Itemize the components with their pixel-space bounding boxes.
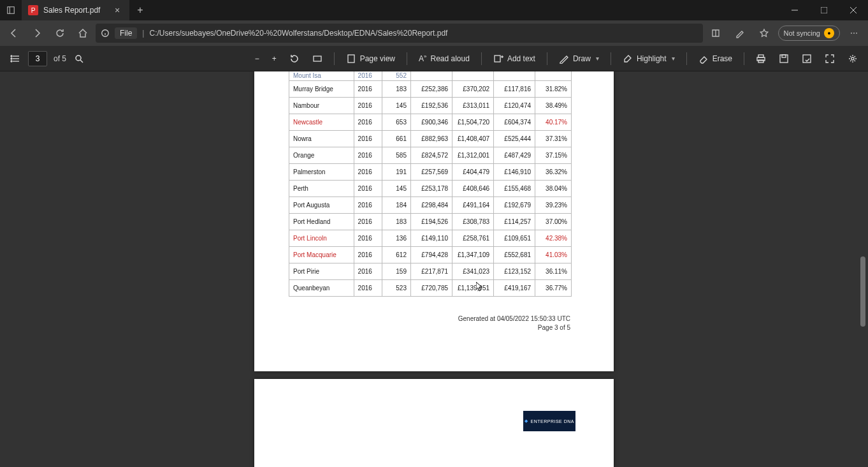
pdf-viewport[interactable]: Mount Isa 2016 552 Murray Bridge2016183£… (0, 71, 868, 467)
tab-actions-button[interactable] (0, 0, 22, 20)
new-tab-button[interactable]: + (130, 0, 150, 20)
zoom-out-button[interactable]: − (250, 50, 264, 68)
svg-point-15 (76, 56, 81, 61)
chevron-down-icon: ▾ (596, 55, 599, 62)
pdf-page-3: Mount Isa 2016 552 Murray Bridge2016183£… (254, 71, 614, 371)
read-aloud-button[interactable]: A» Read aloud (414, 50, 475, 68)
page-footer: Generated at 04/05/2022 15:50:33 UTC Pag… (254, 315, 570, 332)
tab-close-button[interactable]: × (112, 5, 123, 15)
zoom-in-button[interactable]: + (267, 50, 282, 68)
forward-button[interactable] (27, 23, 47, 43)
window-close-button[interactable] (839, 0, 868, 20)
table-row: Port Macquarie2016612£794,428£1,347,109£… (289, 246, 572, 263)
erase-icon (698, 54, 709, 64)
vertical-scrollbar[interactable] (859, 71, 867, 467)
add-text-icon (493, 54, 503, 64)
svg-rect-18 (348, 55, 354, 63)
fit-page-button[interactable] (307, 50, 328, 68)
add-text-button[interactable]: Add text (488, 50, 540, 68)
save-button[interactable] (774, 50, 794, 68)
url-field[interactable]: File | C:/Users/suebayes/OneDrive%20-%20… (96, 24, 703, 43)
svg-rect-24 (758, 60, 763, 63)
pdf-page-4: ENTERPRISE DNA Redcliffe2016214£252,825£… (254, 379, 614, 467)
profile-icon: ● (824, 28, 834, 38)
contents-button[interactable] (5, 50, 25, 68)
find-button[interactable] (69, 50, 89, 68)
refresh-button[interactable] (50, 23, 70, 43)
window-minimize-button[interactable] (780, 0, 809, 20)
svg-point-13 (11, 58, 12, 59)
address-bar: File | C:/Users/suebayes/OneDrive%20-%20… (0, 20, 868, 46)
read-mode-button[interactable] (705, 23, 726, 43)
titlebar: P Sales Report.pdf × + (0, 0, 868, 20)
svg-rect-3 (821, 7, 827, 13)
page-view-icon (346, 54, 356, 64)
page-number-label: Page 3 of 5 (254, 323, 570, 332)
save-as-button[interactable] (797, 50, 817, 68)
table-row: Nambour2016145£192,536£313,011£120,47438… (289, 97, 572, 114)
table-row: Port Hedland2016183£194,526£308,783£114,… (289, 213, 572, 230)
svg-rect-25 (780, 55, 788, 63)
edit-url-button[interactable] (730, 23, 750, 43)
svg-point-28 (851, 57, 854, 60)
chevron-down-icon: ▾ (672, 55, 675, 62)
svg-rect-26 (782, 55, 786, 57)
file-chip: File (115, 27, 137, 39)
svg-rect-17 (314, 56, 321, 61)
page-number-input[interactable] (28, 51, 47, 66)
sales-table: Mount Isa 2016 552 Murray Bridge2016183£… (289, 71, 572, 297)
pdf-settings-button[interactable] (843, 50, 863, 68)
table-row: Port Pirie2016159£217,871£341,023£123,15… (289, 263, 572, 279)
draw-icon (559, 54, 569, 64)
window-maximize-button[interactable] (809, 0, 839, 20)
print-button[interactable] (751, 50, 771, 68)
home-button[interactable] (73, 23, 93, 43)
page-total-label: of 5 (50, 54, 66, 63)
sync-button[interactable]: Not syncing ● (778, 26, 840, 41)
pdf-toolbar: of 5 − + Page view A» Read aloud Add tex… (0, 46, 868, 71)
back-button[interactable] (4, 23, 24, 43)
fullscreen-button[interactable] (820, 50, 840, 68)
scrollbar-thumb[interactable] (860, 256, 865, 327)
info-icon (101, 29, 110, 38)
svg-point-12 (11, 56, 12, 57)
svg-line-16 (80, 60, 83, 63)
table-row: Perth2016145£253,178£408,646£155,46838.0… (289, 180, 572, 196)
table-row: Newcastle2016653£900,346£1,504,720£604,3… (289, 114, 572, 130)
url-text: C:/Users/suebayes/OneDrive%20-%20Wolfers… (149, 29, 447, 38)
table-row: Orange2016585£824,572£1,312,001£487,4293… (289, 147, 572, 163)
table-row: Nowra2016661£882,963£1,408,407£525,44437… (289, 130, 572, 147)
draw-button[interactable]: Draw ▾ (554, 50, 604, 68)
table-row: Palmerston2016191£257,569£404,479£146,91… (289, 163, 572, 180)
svg-rect-19 (495, 56, 500, 62)
read-aloud-icon: A» (419, 54, 426, 63)
enterprise-dna-logo: ENTERPRISE DNA (523, 411, 575, 431)
highlight-button[interactable]: Highlight ▾ (618, 50, 680, 68)
tab-title: Sales Report.pdf (43, 6, 106, 15)
settings-menu-button[interactable]: ⋯ (844, 23, 864, 43)
table-row: Port Augusta2016184£298,484£491,164£192,… (289, 196, 572, 213)
svg-rect-0 (8, 7, 15, 14)
pdf-favicon-icon: P (28, 5, 38, 15)
rotate-button[interactable] (284, 50, 305, 68)
table-row: Mount Isa 2016 552 (289, 71, 572, 80)
erase-button[interactable]: Erase (693, 50, 737, 68)
table-row: Port Lincoln2016136£149,110£258,761£109,… (289, 230, 572, 246)
sync-label: Not syncing (784, 29, 820, 37)
table-row: Queanbeyan2016523£720,785£1,139,951£419,… (289, 279, 572, 296)
favorites-button[interactable] (754, 23, 774, 43)
generated-at-label: Generated at 04/05/2022 15:50:33 UTC (254, 315, 570, 323)
page-view-button[interactable]: Page view (341, 50, 400, 68)
browser-tab[interactable]: P Sales Report.pdf × (22, 0, 130, 20)
svg-point-14 (11, 61, 12, 62)
table-row: Murray Bridge2016183£252,386£370,202£117… (289, 80, 572, 97)
highlight-icon (623, 54, 633, 64)
